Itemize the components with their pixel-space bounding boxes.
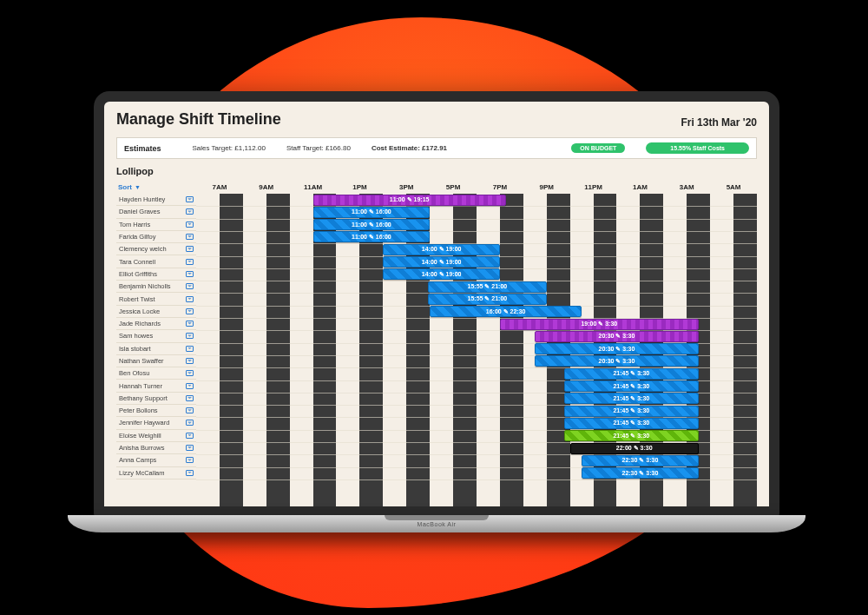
staff-row[interactable]: Jessica Locke — [116, 306, 196, 318]
staff-row[interactable]: Hannah Turner — [116, 380, 196, 392]
shift-label: 15:55 ✎ 21:00 — [468, 295, 508, 302]
message-icon[interactable] — [186, 470, 194, 476]
staff-row[interactable]: Peter Bollons — [116, 405, 196, 417]
staff-row[interactable]: Elliot Griffiths — [116, 268, 196, 281]
staff-row[interactable]: Farida Gilfoy — [116, 231, 196, 243]
hour-column — [266, 194, 290, 506]
staff-name: Nathan Swaffer — [119, 357, 164, 365]
staff-row[interactable]: Jade Richards — [116, 318, 196, 330]
staff-row[interactable]: Isla stobart — [116, 343, 196, 355]
sort-button[interactable]: Sort ▼ — [116, 180, 196, 194]
message-icon[interactable] — [186, 333, 194, 339]
message-icon[interactable] — [186, 296, 194, 302]
staff-costs-badge[interactable]: 15.55% Staff Costs — [646, 142, 749, 154]
message-icon[interactable] — [186, 346, 194, 352]
shift-bar[interactable]: 20:30 ✎ 3:30 — [535, 355, 698, 367]
message-icon[interactable] — [186, 259, 194, 265]
staff-row[interactable]: Jennifer Hayward — [116, 417, 196, 429]
staff-row[interactable]: Hayden Huntley — [116, 194, 196, 206]
shift-bar[interactable]: 14:00 ✎ 19:00 — [383, 256, 500, 268]
camera-icon — [434, 95, 439, 100]
staff-name: Anisha Burrows — [119, 444, 165, 452]
staff-row[interactable]: Anisha Burrows — [116, 442, 196, 454]
message-icon[interactable] — [186, 433, 194, 439]
staff-name: Lizzy McCallam — [119, 469, 165, 477]
shift-bar[interactable]: 15:55 ✎ 21:00 — [428, 281, 547, 293]
shift-label: 22:30 ✎ 3:30 — [622, 470, 659, 477]
staff-row[interactable]: Sam howes — [116, 330, 196, 342]
message-icon[interactable] — [186, 395, 194, 401]
message-icon[interactable] — [186, 370, 194, 376]
shift-bar[interactable]: 21:45 ✎ 3:30 — [564, 430, 699, 441]
staff-row[interactable]: Robert Twist — [116, 293, 196, 305]
shift-bar[interactable]: 21:45 ✎ 3:30 — [564, 380, 699, 392]
shift-bar[interactable]: 11:00 ✎ 19:15 — [313, 195, 506, 206]
message-icon[interactable] — [186, 283, 194, 289]
staff-row[interactable]: Clemency welch — [116, 243, 196, 255]
staff-row[interactable]: Ben Ofosu — [116, 367, 196, 380]
staff-row[interactable]: Benjamin Nicholls — [116, 281, 196, 293]
shift-bar[interactable]: 22:00 ✎ 3:30 — [570, 443, 699, 454]
shift-bar[interactable]: 14:00 ✎ 19:00 — [383, 268, 500, 280]
staff-row[interactable]: Anna Camps — [116, 454, 196, 466]
message-icon[interactable] — [186, 234, 194, 240]
shift-label: 22:30 ✎ 3:30 — [622, 457, 659, 464]
cost-estimate: Cost Estimate: £172.91 — [372, 144, 447, 152]
shift-bar[interactable]: 20:30 ✎ 3:30 — [535, 343, 698, 354]
shift-bar[interactable]: 22:30 ✎ 3:30 — [582, 467, 699, 479]
shift-label: 15:55 ✎ 21:00 — [468, 283, 508, 290]
message-icon[interactable] — [186, 208, 194, 215]
shift-bar[interactable]: 21:45 ✎ 3:30 — [564, 368, 699, 380]
staff-row[interactable]: Tom Harris — [116, 219, 196, 231]
shift-label: 21:45 ✎ 3:30 — [613, 420, 649, 427]
timeline-grid[interactable]: 7AM9AM11AM1PM3PM5PM7PM9PM11PM1AM3AM5AM 1… — [196, 180, 757, 506]
shift-label: 22:00 ✎ 3:30 — [616, 445, 653, 452]
hour-label: 1PM — [352, 183, 366, 191]
shift-bar[interactable]: 20:30 ✎ 3:30 — [535, 331, 698, 342]
staff-name: Clemency welch — [119, 245, 167, 253]
shift-bar[interactable]: 14:00 ✎ 19:00 — [383, 244, 500, 255]
message-icon[interactable] — [186, 445, 194, 451]
shift-label: 21:45 ✎ 3:30 — [613, 433, 649, 440]
shift-bar[interactable]: 21:45 ✎ 3:30 — [564, 418, 699, 429]
staff-name: Farida Gilfoy — [119, 233, 156, 241]
shift-bar[interactable]: 11:00 ✎ 16:00 — [313, 231, 431, 242]
message-icon[interactable] — [186, 358, 194, 364]
message-icon[interactable] — [186, 457, 194, 463]
shift-bar[interactable]: 22:30 ✎ 3:30 — [582, 455, 699, 466]
staff-row[interactable]: Lizzy McCallam — [116, 467, 196, 479]
staff-name: Bethany Support — [119, 394, 168, 402]
staff-name: Jade Richards — [119, 320, 161, 327]
shift-bar[interactable]: 19:00 ✎ 3:30 — [500, 319, 699, 330]
staff-row[interactable]: Daniel Graves — [116, 206, 196, 218]
hour-label: 5AM — [727, 183, 741, 191]
hour-column — [500, 194, 523, 506]
shift-bar[interactable]: 11:00 ✎ 16:00 — [313, 207, 431, 218]
message-icon[interactable] — [186, 246, 194, 252]
message-icon[interactable] — [186, 308, 194, 314]
shift-bar[interactable]: 16:00 ✎ 22:30 — [430, 306, 582, 317]
shift-bar[interactable]: 11:00 ✎ 16:00 — [313, 219, 431, 230]
message-icon[interactable] — [186, 383, 194, 389]
estimates-label: Estimates — [124, 144, 161, 153]
hour-column — [453, 194, 477, 506]
staff-name: Hannah Turner — [119, 382, 162, 390]
staff-row[interactable]: Eloise Weighill — [116, 430, 196, 442]
message-icon[interactable] — [186, 420, 194, 426]
message-icon[interactable] — [186, 222, 194, 228]
staff-row[interactable]: Nathan Swaffer — [116, 355, 196, 367]
shift-bar[interactable]: 15:55 ✎ 21:00 — [428, 294, 547, 305]
message-icon[interactable] — [186, 407, 194, 413]
staff-row[interactable]: Tara Connell — [116, 255, 196, 268]
shift-bar[interactable]: 21:45 ✎ 3:30 — [564, 393, 699, 404]
staff-name: Jessica Locke — [119, 308, 160, 315]
staff-row[interactable]: Bethany Support — [116, 393, 196, 405]
message-icon[interactable] — [186, 321, 194, 327]
shift-bar[interactable]: 21:45 ✎ 3:30 — [564, 406, 699, 417]
hour-label: 7AM — [212, 183, 227, 191]
message-icon[interactable] — [186, 271, 194, 277]
shift-label: 20:30 ✎ 3:30 — [599, 346, 635, 353]
staff-name: Sam howes — [119, 332, 153, 340]
message-icon[interactable] — [186, 196, 194, 202]
on-budget-badge[interactable]: ON BUDGET — [571, 143, 625, 153]
